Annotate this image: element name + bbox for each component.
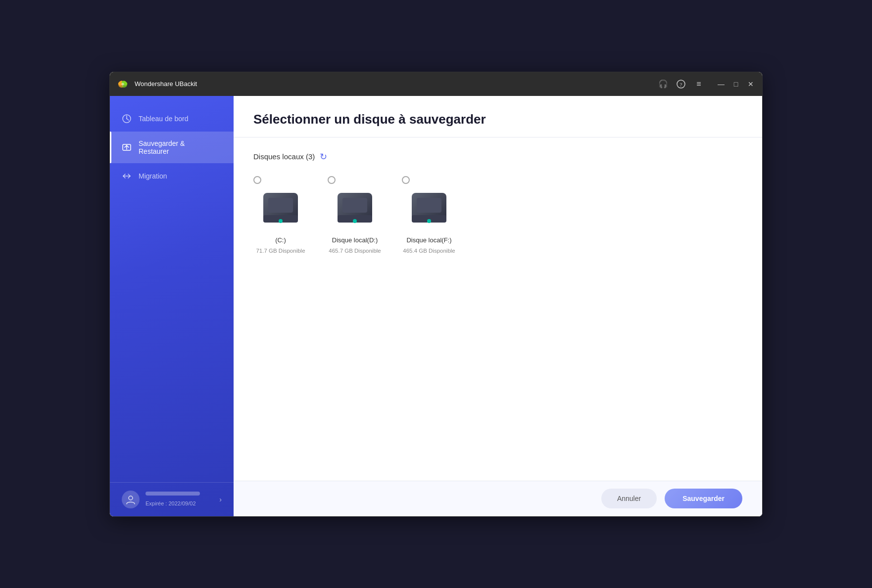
svg-text:?: ?	[680, 81, 682, 87]
disk-item-f[interactable]: Disque local(F:) 465.4 GB Disponible	[402, 176, 456, 254]
sidebar-footer[interactable]: Expirée : 2022/09/02 ›	[110, 482, 234, 516]
disk-radio-c[interactable]	[253, 176, 261, 184]
svg-rect-17	[342, 198, 367, 213]
svg-point-12	[279, 219, 283, 223]
svg-point-16	[353, 219, 357, 223]
migration-icon	[122, 171, 132, 181]
page-title: Sélectionner un disque à sauvegarder	[253, 112, 742, 127]
app-title: Wondershare UBackit	[135, 80, 197, 88]
disk-radio-row-d	[328, 176, 336, 184]
main-content: Disques locaux (3) ↻	[234, 137, 762, 481]
svg-point-9	[129, 496, 133, 500]
disk-space-f: 465.4 GB Disponible	[403, 248, 455, 254]
sidebar-item-migration[interactable]: Migration	[110, 163, 234, 189]
disk-radio-f[interactable]	[402, 176, 410, 184]
menu-icon[interactable]: ≡	[694, 79, 704, 89]
user-expiry: Expirée : 2022/09/02	[145, 500, 196, 506]
app-logo-icon	[116, 77, 130, 91]
user-license-bar	[145, 492, 200, 496]
disk-radio-row-c	[253, 176, 261, 184]
title-bar-controls: 🎧 ? ≡ — □ ✕	[658, 79, 756, 90]
section-header: Disques locaux (3) ↻	[253, 151, 742, 162]
disk-name-d: Disque local(D:)	[332, 236, 378, 244]
disk-visual-f	[402, 188, 456, 232]
sidebar: Tableau de bord Sauvegarder &Restaurer	[110, 96, 234, 516]
svg-point-20	[427, 219, 431, 223]
disk-visual-d	[328, 188, 382, 232]
disk-visual-c	[253, 188, 308, 232]
svg-rect-21	[417, 198, 441, 213]
app-body: Tableau de bord Sauvegarder &Restaurer	[110, 96, 762, 516]
help-icon[interactable]: ?	[676, 79, 686, 89]
sidebar-item-tableau-de-bord[interactable]: Tableau de bord	[110, 106, 234, 132]
headset-icon[interactable]: 🎧	[658, 79, 668, 89]
disks-grid: (C:) 71.7 GB Disponible	[253, 176, 742, 254]
minimize-button[interactable]: —	[716, 79, 727, 90]
sidebar-label-tableau: Tableau de bord	[139, 115, 188, 123]
bottom-bar: Annuler Sauvegarder	[234, 481, 762, 516]
main-header: Sélectionner un disque à sauvegarder	[234, 96, 762, 137]
main-panel: Sélectionner un disque à sauvegarder Dis…	[234, 96, 762, 516]
close-button[interactable]: ✕	[745, 79, 756, 90]
disk-item-c[interactable]: (C:) 71.7 GB Disponible	[253, 176, 308, 254]
sidebar-label-migration: Migration	[139, 172, 167, 180]
disk-item-d[interactable]: Disque local(D:) 465.7 GB Disponible	[328, 176, 382, 254]
title-bar-left: Wondershare UBackit	[116, 77, 197, 91]
user-avatar-icon	[122, 491, 140, 508]
save-button[interactable]: Sauvegarder	[665, 489, 742, 508]
sidebar-nav: Tableau de bord Sauvegarder &Restaurer	[110, 96, 234, 482]
section-title: Disques locaux (3)	[253, 152, 315, 161]
backup-icon	[122, 142, 132, 152]
disk-space-c: 71.7 GB Disponible	[256, 248, 305, 254]
maximize-button[interactable]: □	[730, 79, 741, 90]
refresh-icon[interactable]: ↻	[320, 151, 327, 162]
svg-rect-13	[268, 198, 293, 213]
title-bar: Wondershare UBackit 🎧 ? ≡ — □ ✕	[110, 72, 762, 96]
user-info: Expirée : 2022/09/02	[145, 492, 213, 507]
cancel-button[interactable]: Annuler	[601, 489, 657, 508]
disk-name-f: Disque local(F:)	[406, 236, 451, 244]
disk-radio-d[interactable]	[328, 176, 336, 184]
sidebar-item-sauvegarder[interactable]: Sauvegarder &Restaurer	[110, 132, 234, 163]
disk-name-c: (C:)	[275, 236, 286, 244]
sidebar-arrow-icon: ›	[219, 496, 222, 503]
svg-point-4	[121, 83, 124, 85]
disk-space-d: 465.7 GB Disponible	[329, 248, 381, 254]
sidebar-label-backup: Sauvegarder &Restaurer	[139, 139, 185, 155]
app-window: Wondershare UBackit 🎧 ? ≡ — □ ✕	[109, 72, 763, 517]
chart-icon	[122, 114, 132, 124]
disk-radio-row-f	[402, 176, 410, 184]
window-controls: — □ ✕	[716, 79, 756, 90]
